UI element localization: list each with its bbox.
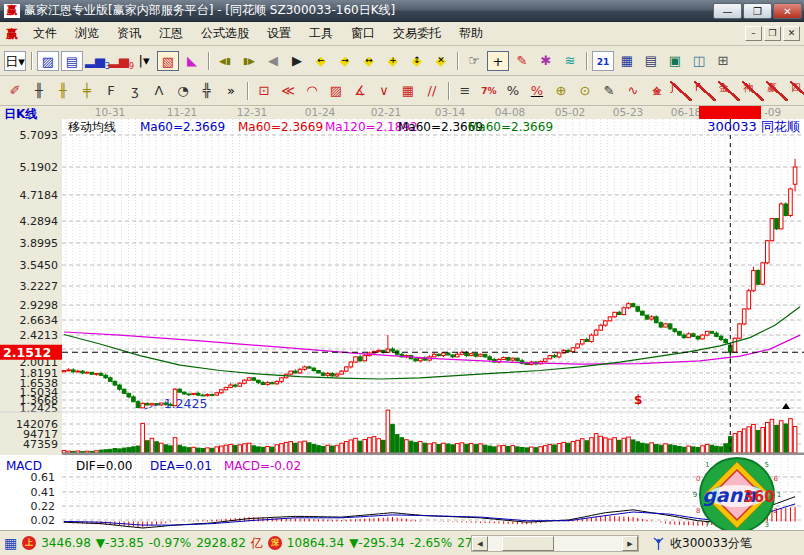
crosshair-tool-button[interactable]: + bbox=[487, 51, 509, 71]
gold-fence2-tool[interactable]: ╪ bbox=[76, 81, 98, 101]
next-bar-button[interactable]: ▶ bbox=[286, 51, 308, 71]
mdi-minimize-button[interactable]: – bbox=[745, 26, 762, 41]
j-angle-tool[interactable]: J bbox=[670, 81, 692, 101]
chart-canvas[interactable]: 5.70935.19024.71844.28943.89953.54503.22… bbox=[0, 106, 804, 530]
save-button[interactable]: ▣ bbox=[664, 51, 686, 71]
menu-item-help[interactable]: 帮助 bbox=[450, 22, 492, 45]
shenzhen-index-icon[interactable]: 深 bbox=[268, 536, 282, 550]
candle-style-button[interactable]: |▾ bbox=[133, 51, 155, 71]
net-export-button[interactable]: ◫ bbox=[688, 51, 710, 71]
ray-fan-tool[interactable]: ∡ bbox=[349, 81, 371, 101]
pct-line-tool[interactable]: % bbox=[526, 81, 548, 101]
scroll-thumb[interactable] bbox=[502, 536, 554, 551]
horizontal-scrollbar[interactable]: ◀ ▶ bbox=[471, 535, 639, 552]
brush-tool[interactable]: ✎ bbox=[598, 81, 620, 101]
svg-text:05-02: 05-02 bbox=[555, 106, 586, 118]
nav-diamond-updown-icon[interactable]: ◆↕ bbox=[406, 51, 428, 71]
nav-diamond-right-icon[interactable]: ◆→ bbox=[334, 51, 356, 71]
gann-fence-tool[interactable]: ╫ bbox=[28, 81, 50, 101]
scale-tool[interactable]: ≡ bbox=[454, 81, 476, 101]
compass-pen-tool[interactable]: ✐ bbox=[4, 81, 26, 101]
fence3-tool[interactable]: ╬ bbox=[196, 81, 218, 101]
minute-chart3-icon[interactable]: ▂▅3 bbox=[85, 51, 107, 71]
flower-tool-button[interactable]: ✱ bbox=[535, 51, 557, 71]
divider-tool[interactable]: Λ bbox=[148, 81, 170, 101]
menu-item-formula-stock-pick[interactable]: 公式选股 bbox=[192, 22, 258, 45]
window-title: 赢家江恩专业版[赢家内部服务平台] - [同花顺 SZ300033-160日K线… bbox=[24, 2, 395, 19]
shen-angle-tool[interactable]: 神 bbox=[742, 81, 764, 101]
menu-item-tools[interactable]: 工具 bbox=[300, 22, 342, 45]
sh-index-value: 3446.98 bbox=[41, 536, 91, 550]
color-chart-icon[interactable]: ◣ bbox=[181, 51, 203, 71]
minute-chart9-icon[interactable]: ▂▅9 bbox=[109, 51, 131, 71]
win-angle-tool[interactable]: 赢 bbox=[766, 81, 788, 101]
close-button[interactable]: ✕ bbox=[773, 3, 802, 19]
kline-period-button[interactable]: 日▾ bbox=[4, 51, 26, 71]
gold-circle-tool[interactable]: ⊕ bbox=[550, 81, 572, 101]
calculator-button[interactable]: ▦ bbox=[616, 51, 638, 71]
menu-item-gann[interactable]: 江恩 bbox=[150, 22, 192, 45]
gold-angle-tool[interactable]: 金 bbox=[718, 81, 740, 101]
scroll-right-arrow[interactable]: ▶ bbox=[622, 536, 638, 551]
svg-text:4.7184: 4.7184 bbox=[20, 189, 59, 202]
nav-diamond-expand-icon[interactable]: ◆↔ bbox=[358, 51, 380, 71]
gold-line-tool[interactable]: ⊙ bbox=[574, 81, 596, 101]
grid-tool[interactable]: ▦ bbox=[397, 81, 419, 101]
nav-diamond-cross-icon[interactable]: ◆+ bbox=[382, 51, 404, 71]
data-manage-button[interactable]: ⊞ bbox=[712, 51, 734, 71]
menu-item-settings[interactable]: 设置 bbox=[258, 22, 300, 45]
gold-fence-tool[interactable]: ╫ bbox=[52, 81, 74, 101]
menu-item-file[interactable]: 文件 bbox=[24, 22, 66, 45]
sh-index-pct: -0.97% bbox=[149, 536, 191, 550]
maximize-button[interactable]: ❐ bbox=[743, 3, 772, 19]
svg-text:10-31: 10-31 bbox=[95, 106, 126, 118]
nav-diamond-left-icon[interactable]: ◆← bbox=[310, 51, 332, 71]
multi-window-icon[interactable]: ▨ bbox=[37, 51, 59, 71]
v-line-tool[interactable]: ∨ bbox=[373, 81, 395, 101]
menu-item-trade-entrust[interactable]: 交易委托 bbox=[384, 22, 450, 45]
toolbar-separator bbox=[457, 52, 458, 70]
menu-item-window[interactable]: 窗口 bbox=[342, 22, 384, 45]
quote-list-icon[interactable]: ▤ bbox=[61, 51, 83, 71]
fan-lines-tool[interactable]: ≪ bbox=[277, 81, 299, 101]
wave-tool[interactable]: ∿ bbox=[622, 81, 644, 101]
prev-bar-button[interactable]: ◀ bbox=[262, 51, 284, 71]
nav-diamond-zoom-icon[interactable]: ◆✕ bbox=[430, 51, 452, 71]
scroll-left-arrow[interactable]: ◀ bbox=[472, 536, 488, 551]
spiral-tool[interactable]: ʒ bbox=[124, 81, 146, 101]
memo-button[interactable]: ▤ bbox=[640, 51, 662, 71]
toolbar-separator bbox=[448, 82, 449, 100]
first-bar-button[interactable]: ◀▮ bbox=[214, 51, 236, 71]
last-bar-button[interactable]: ▮▶ bbox=[238, 51, 260, 71]
mdi-close-button[interactable]: ✕ bbox=[783, 26, 800, 41]
clock-tool[interactable]: ◔ bbox=[172, 81, 194, 101]
grid-box-tool[interactable]: ⊡ bbox=[253, 81, 275, 101]
percent-tool[interactable]: % bbox=[502, 81, 524, 101]
shanghai-index-icon[interactable]: 上 bbox=[22, 536, 36, 550]
hand-tool-button[interactable]: ☞ bbox=[463, 51, 485, 71]
seven-pct-tool[interactable]: 7% bbox=[478, 81, 500, 101]
toolbar-separator bbox=[586, 52, 587, 70]
slash-tool[interactable]: // bbox=[421, 81, 443, 101]
sh-index-change: ▼-33.85 bbox=[96, 536, 144, 550]
calendar-button[interactable]: 21 bbox=[592, 51, 614, 71]
knot-tool-button[interactable]: ≋ bbox=[559, 51, 581, 71]
more-tools-button[interactable]: » bbox=[220, 81, 242, 101]
pointer-pin-button[interactable]: ✎ bbox=[511, 51, 533, 71]
market-grid-icon[interactable]: ▦ bbox=[4, 536, 17, 550]
status-bar: ▦ 上 3446.98 ▼-33.85 -0.97% 2928.82亿 深 10… bbox=[0, 530, 804, 555]
gold-char-tool[interactable]: 金 bbox=[646, 81, 668, 101]
mdi-restore-button[interactable]: ❐ bbox=[764, 26, 781, 41]
kline-chart[interactable]: 5.70935.19024.71844.28943.89953.54503.22… bbox=[0, 106, 804, 530]
f-fence-tool[interactable]: F bbox=[100, 81, 122, 101]
symbol-label: 300033 同花顺 bbox=[707, 119, 800, 134]
f-angle-tool[interactable]: F bbox=[694, 81, 716, 101]
dynamic-quote-icon[interactable]: ▧ bbox=[157, 51, 179, 71]
menu-item-news[interactable]: 资讯 bbox=[108, 22, 150, 45]
box-fan-tool[interactable]: ▨ bbox=[325, 81, 347, 101]
four-angle-tool[interactable]: 四 bbox=[790, 81, 804, 101]
menu-item-browse[interactable]: 浏览 bbox=[66, 22, 108, 45]
minimize-button[interactable]: — bbox=[713, 3, 742, 19]
svg-text:-09: -09 bbox=[764, 106, 781, 118]
arc-tool[interactable]: ◠ bbox=[301, 81, 323, 101]
